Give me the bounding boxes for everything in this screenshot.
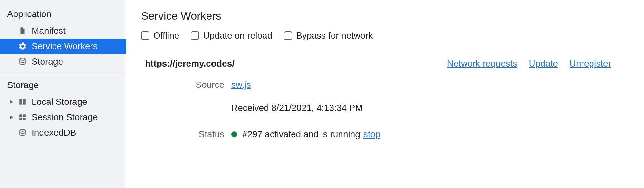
sidebar-item-label: Storage [32,57,63,67]
sidebar-item-session-storage[interactable]: Session Storage [0,110,126,125]
svg-rect-1 [19,99,22,102]
table-icon [18,113,27,122]
status-indicator-icon [231,131,237,137]
source-row: Source sw.js [141,76,629,93]
section-title-application: Application [0,5,126,23]
checkbox-bypass-for-network[interactable]: Bypass for network [284,31,373,41]
svg-rect-2 [23,99,26,102]
sidebar-divider [0,73,126,73]
checkbox-icon [191,31,199,40]
svg-rect-5 [19,114,22,117]
checkbox-icon [141,31,149,40]
sidebar-item-label: Manifest [32,26,66,36]
svg-point-0 [20,58,25,60]
svg-rect-7 [19,118,22,120]
svg-rect-3 [19,102,22,105]
unregister-link[interactable]: Unregister [570,58,611,69]
checkbox-icon [284,31,292,40]
service-worker-header: https://jeremy.codes/ Network requests U… [141,49,629,76]
checkbox-offline[interactable]: Offline [141,31,179,41]
svg-rect-6 [23,114,26,117]
checkbox-update-on-reload[interactable]: Update on reload [191,31,272,41]
network-requests-link[interactable]: Network requests [447,58,517,69]
checkbox-label: Offline [153,31,179,41]
sidebar-item-service-workers[interactable]: Service Workers [0,39,126,54]
sidebar-item-label: IndexedDB [32,128,76,138]
status-text: #297 activated and is running [242,129,360,139]
received-timestamp: Received 8/21/2021, 4:13:34 PM [231,103,363,113]
database-icon [18,57,27,66]
stop-link[interactable]: stop [363,129,380,139]
sidebar-item-local-storage[interactable]: Local Storage [0,94,126,110]
main-panel: Service Workers Offline Update on reload… [126,0,644,188]
checkbox-label: Update on reload [203,31,272,41]
table-icon [18,97,27,106]
checkbox-row: Offline Update on reload Bypass for netw… [141,31,629,41]
origin-url: https://jeremy.codes/ [145,58,235,69]
sidebar: Application Manifest Service Workers Sto… [0,0,126,188]
checkbox-label: Bypass for network [296,31,373,41]
status-label: Status [141,129,231,139]
status-row: Status #297 activated and is running sto… [141,126,629,143]
source-file-link[interactable]: sw.js [231,80,251,90]
sidebar-item-label: Local Storage [32,97,87,107]
disclosure-triangle-icon[interactable] [8,115,15,120]
page-title: Service Workers [141,10,629,22]
disclosure-triangle-icon[interactable] [8,100,15,104]
received-row: Received 8/21/2021, 4:13:34 PM [141,100,629,116]
sidebar-item-label: Session Storage [32,112,98,122]
database-icon [18,128,27,137]
gear-icon [18,42,27,51]
sidebar-item-storage-app[interactable]: Storage [0,54,126,69]
document-icon [18,26,27,35]
svg-rect-8 [23,118,26,120]
sidebar-item-indexeddb[interactable]: IndexedDB [0,125,126,140]
update-link[interactable]: Update [529,58,558,69]
sidebar-item-manifest[interactable]: Manifest [0,23,126,39]
sidebar-item-label: Service Workers [32,41,98,51]
svg-rect-4 [23,102,26,105]
section-title-storage: Storage [0,76,126,94]
svg-point-9 [20,129,25,131]
source-label: Source [141,80,231,90]
